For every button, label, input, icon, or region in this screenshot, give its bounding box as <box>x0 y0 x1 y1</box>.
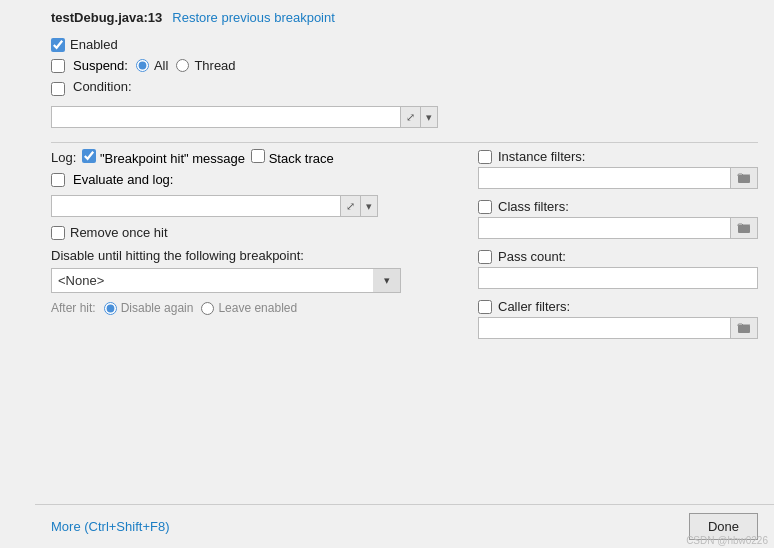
caller-filters-file-btn[interactable] <box>731 317 758 339</box>
log-row: Log: "Breakpoint hit" message Stack trac… <box>51 149 462 166</box>
after-hit-leave-radio[interactable] <box>201 302 214 315</box>
content-panel: testDebug.java:13 Restore previous break… <box>35 0 774 504</box>
class-filters-label-row: Class filters: <box>478 199 758 214</box>
instance-filters-checkbox[interactable] <box>478 150 492 164</box>
more-link[interactable]: More (Ctrl+Shift+F8) <box>51 519 169 534</box>
svg-rect-0 <box>738 175 750 183</box>
pass-count-input[interactable] <box>478 267 758 289</box>
left-col: Log: "Breakpoint hit" message Stack trac… <box>51 149 462 494</box>
log-breakpoint-checkbox[interactable] <box>82 149 96 163</box>
enabled-row: Enabled <box>51 37 758 52</box>
class-filters-checkbox[interactable] <box>478 200 492 214</box>
after-hit-disable-radio[interactable] <box>104 302 117 315</box>
suspend-checkbox[interactable] <box>51 59 65 73</box>
pass-count-label-row: Pass count: <box>478 249 758 264</box>
pass-count-section: Pass count: <box>478 249 758 289</box>
after-hit-disable-label[interactable]: Disable again <box>104 301 194 315</box>
condition-label-row: Condition: <box>51 79 758 98</box>
svg-rect-1 <box>738 225 750 233</box>
caller-filters-input[interactable] <box>478 317 731 339</box>
radio-all[interactable] <box>136 59 149 72</box>
instance-filters-label-row: Instance filters: <box>478 149 758 164</box>
instance-filters-file-btn[interactable] <box>731 167 758 189</box>
bottom-bar: More (Ctrl+Shift+F8) Done <box>35 504 774 548</box>
condition-input-row: ⤢ ▾ <box>51 106 758 128</box>
folder-icon <box>737 171 751 185</box>
instance-filters-input-row <box>478 167 758 189</box>
svg-rect-2 <box>738 325 750 333</box>
folder-icon-2 <box>737 221 751 235</box>
condition-input[interactable] <box>51 106 401 128</box>
class-filters-file-btn[interactable] <box>731 217 758 239</box>
separator-1 <box>51 142 758 143</box>
eval-input-row: ⤢ ▾ <box>51 195 462 217</box>
disable-section: Disable until hitting the following brea… <box>51 248 462 293</box>
folder-icon-3 <box>737 321 751 335</box>
condition-dropdown-btn[interactable]: ▾ <box>421 106 438 128</box>
instance-filters-input[interactable] <box>478 167 731 189</box>
enabled-checkbox[interactable] <box>51 38 65 52</box>
two-col: Log: "Breakpoint hit" message Stack trac… <box>51 149 758 494</box>
remove-once-hit-label[interactable]: Remove once hit <box>51 225 168 240</box>
caller-filters-section: Caller filters: <box>478 299 758 339</box>
condition-expand-btn[interactable]: ⤢ <box>401 106 421 128</box>
after-hit-row: After hit: Disable again Leave enabled <box>51 301 462 315</box>
condition-area: Condition: ⤢ ▾ <box>51 79 758 128</box>
class-filters-input-row <box>478 217 758 239</box>
disable-dropdown-wrapper: <None> ▾ <box>51 268 401 293</box>
eval-dropdown-btn[interactable]: ▾ <box>361 195 378 217</box>
caller-filters-label-row: Caller filters: <box>478 299 758 314</box>
radio-all-label[interactable]: All <box>136 58 168 73</box>
eval-section: Evaluate and log: ⤢ ▾ <box>51 172 462 217</box>
class-filters-input[interactable] <box>478 217 731 239</box>
suspend-row: Suspend: All Thread <box>51 58 758 73</box>
pass-count-checkbox[interactable] <box>478 250 492 264</box>
eval-expand-btn[interactable]: ⤢ <box>341 195 361 217</box>
remove-row: Remove once hit <box>51 225 462 240</box>
radio-thread[interactable] <box>176 59 189 72</box>
file-title: testDebug.java:13 <box>51 10 162 25</box>
watermark: CSDN @hbw0226 <box>686 535 768 546</box>
disable-dropdown[interactable]: <None> <box>51 268 401 293</box>
main-container: testDebug.java:13 Restore previous break… <box>0 0 774 548</box>
header-row: testDebug.java:13 Restore previous break… <box>51 10 758 25</box>
eval-label-row: Evaluate and log: <box>51 172 462 187</box>
remove-once-hit-checkbox[interactable] <box>51 226 65 240</box>
eval-checkbox[interactable] <box>51 173 65 187</box>
log-breakpoint-label[interactable]: "Breakpoint hit" message <box>82 149 245 166</box>
log-stack-trace-checkbox[interactable] <box>251 149 265 163</box>
radio-thread-label[interactable]: Thread <box>176 58 235 73</box>
class-filters-section: Class filters: <box>478 199 758 239</box>
right-col: Instance filters: <box>478 149 758 494</box>
enabled-label[interactable]: Enabled <box>51 37 118 52</box>
pass-count-input-row <box>478 267 758 289</box>
after-hit-leave-label[interactable]: Leave enabled <box>201 301 297 315</box>
caller-filters-checkbox[interactable] <box>478 300 492 314</box>
caller-filters-input-row <box>478 317 758 339</box>
condition-checkbox[interactable] <box>51 82 65 96</box>
instance-filters-section: Instance filters: <box>478 149 758 189</box>
restore-link[interactable]: Restore previous breakpoint <box>172 10 335 25</box>
log-stack-trace-label[interactable]: Stack trace <box>251 149 334 166</box>
eval-input[interactable] <box>51 195 341 217</box>
